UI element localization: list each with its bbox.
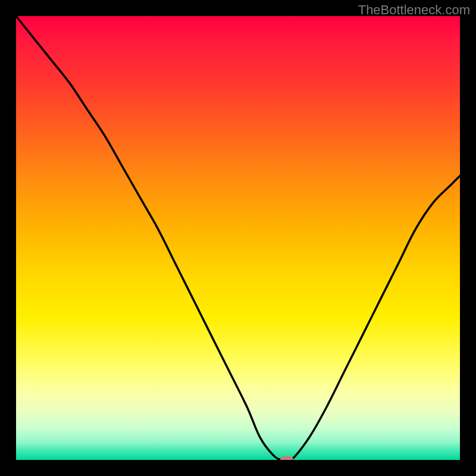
chart-frame: TheBottleneck.com — [0, 0, 476, 476]
optimum-marker — [280, 456, 293, 460]
plot-area — [16, 16, 460, 460]
bottleneck-curve — [16, 16, 460, 460]
watermark-text: TheBottleneck.com — [358, 2, 470, 18]
